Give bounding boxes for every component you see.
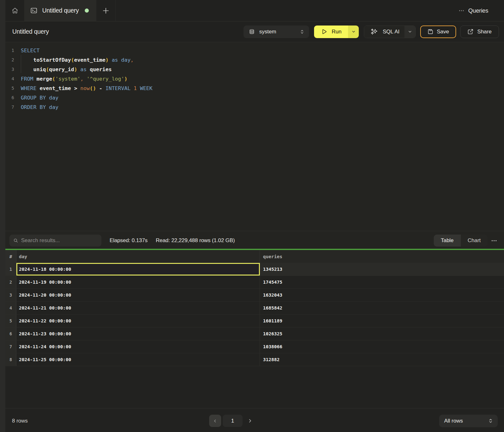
indent-guide xyxy=(21,55,21,73)
unsaved-dot xyxy=(85,9,89,13)
day-column-header[interactable]: day xyxy=(16,250,260,263)
database-select-value: system xyxy=(259,29,276,35)
cell-queries[interactable]: 1685842 xyxy=(260,302,504,314)
cell-queries[interactable]: 1601189 xyxy=(260,315,504,327)
sql-ai-label: SQL AI xyxy=(383,29,399,35)
code-line-1: 1SELECT xyxy=(5,46,504,55)
previous-page-button[interactable] xyxy=(209,415,221,427)
sql-ai-options-button[interactable] xyxy=(404,26,415,38)
elapsed-stat: Elapsed: 0.137s xyxy=(110,237,147,244)
table-row-5: 52024-11-22 00:00:001601189 xyxy=(5,315,504,327)
code-line-3: 3 uniq(query_id) as queries xyxy=(5,65,504,74)
plus-icon xyxy=(102,7,110,15)
cell-queries[interactable]: 312882 xyxy=(260,353,504,366)
cell-day[interactable]: 2024-11-21 00:00:00 xyxy=(16,302,260,314)
app: Untitled query Queries Untitled query xyxy=(0,0,504,432)
code-text: WHERE event_time > now() - INTERVAL 1 WE… xyxy=(21,85,152,91)
run-button-label: Run xyxy=(332,29,341,35)
page-number-button[interactable]: 1 xyxy=(223,415,243,427)
database-select[interactable]: system xyxy=(243,26,309,38)
header-actions: system Run xyxy=(243,26,499,38)
row-index: 6 xyxy=(5,327,16,340)
sql-ai-button-group: SQL AI xyxy=(364,26,416,38)
chevrons-up-down-icon xyxy=(300,29,305,34)
code-line-2: 2 toStartOfDay(event_time) as day, xyxy=(5,55,504,65)
save-button-label: Save xyxy=(437,29,449,35)
cell-day[interactable]: 2024-11-19 00:00:00 xyxy=(16,276,260,288)
table-view-tab[interactable]: Table xyxy=(434,235,461,247)
tab-label: Untitled query xyxy=(42,7,79,14)
ellipsis-icon xyxy=(491,237,497,244)
line-number: 4 xyxy=(5,76,14,81)
cell-day[interactable]: 2024-11-24 00:00:00 xyxy=(16,340,260,353)
cell-queries[interactable]: 1632043 xyxy=(260,289,504,301)
row-index: 7 xyxy=(5,340,16,353)
row-index: 3 xyxy=(5,289,16,301)
row-index: 4 xyxy=(5,302,16,314)
cell-day[interactable]: 2024-11-23 00:00:00 xyxy=(16,327,260,340)
cell-day[interactable]: 2024-11-18 00:00:00 xyxy=(16,263,260,276)
table-empty-area xyxy=(5,366,504,408)
code-text: ORDER BY day xyxy=(21,104,58,110)
tabbar-right: Queries xyxy=(458,0,504,21)
save-button[interactable]: Save xyxy=(420,26,456,38)
cell-day[interactable]: 2024-11-25 00:00:00 xyxy=(16,353,260,366)
cell-queries[interactable]: 1026325 xyxy=(260,327,504,340)
line-number: 7 xyxy=(5,105,14,110)
save-icon xyxy=(427,29,433,35)
code-text: SELECT xyxy=(21,48,40,54)
results-more-button[interactable] xyxy=(491,237,497,244)
cell-day[interactable]: 2024-11-20 00:00:00 xyxy=(16,289,260,301)
line-number: 3 xyxy=(5,67,14,72)
sql-ai-button[interactable]: SQL AI xyxy=(364,26,404,38)
table-row-4: 42024-11-21 00:00:001685842 xyxy=(5,302,504,315)
cell-queries[interactable]: 1745475 xyxy=(260,276,504,288)
home-button[interactable] xyxy=(5,0,24,21)
chevron-down-icon xyxy=(408,29,412,34)
sql-editor[interactable]: 1SELECT2 toStartOfDay(event_time) as day… xyxy=(5,42,504,231)
queries-column-header[interactable]: queries xyxy=(260,250,504,263)
run-options-button[interactable] xyxy=(348,26,359,38)
cell-queries[interactable]: 1345213 xyxy=(260,263,504,276)
rows-per-page-select[interactable]: All rows xyxy=(439,415,498,427)
table-row-6: 62024-11-23 00:00:001026325 xyxy=(5,327,504,340)
chevron-left-icon xyxy=(213,418,218,423)
more-options-button[interactable] xyxy=(458,8,465,14)
share-button[interactable]: Share xyxy=(460,26,499,38)
results-table-header: # day queries xyxy=(5,250,504,263)
results-toolbar: Elapsed: 0.137s Read: 22,229,488 rows (1… xyxy=(5,231,504,249)
row-index: 2 xyxy=(5,276,16,288)
pagination: 1 xyxy=(209,409,253,432)
tab-untitled-query[interactable]: Untitled query xyxy=(24,0,96,21)
table-row-7: 72024-11-24 00:00:001038066 xyxy=(5,340,504,353)
cell-day[interactable]: 2024-11-22 00:00:00 xyxy=(16,315,260,327)
row-index: 5 xyxy=(5,315,16,327)
table-row-2: 22024-11-19 00:00:001745475 xyxy=(5,276,504,289)
collapsed-sidebar[interactable] xyxy=(0,0,5,432)
ellipsis-icon xyxy=(458,8,465,14)
chart-view-tab[interactable]: Chart xyxy=(461,235,488,247)
code-text: toStartOfDay(event_time) as day, xyxy=(21,57,134,63)
database-icon xyxy=(249,29,255,34)
search-icon xyxy=(13,238,18,243)
results-table: # day queries 12024-11-18 00:00:00134521… xyxy=(5,250,504,366)
new-tab-button[interactable] xyxy=(96,0,116,21)
main-panel: Untitled query Queries Untitled query xyxy=(5,0,504,432)
chevron-down-icon xyxy=(351,29,356,34)
search-results-box[interactable] xyxy=(9,235,101,247)
line-number: 2 xyxy=(5,57,14,62)
run-button[interactable]: Run xyxy=(314,26,348,38)
code-line-7: 7ORDER BY day xyxy=(5,102,504,112)
run-button-group: Run xyxy=(314,26,359,38)
cell-queries[interactable]: 1038066 xyxy=(260,340,504,353)
home-icon xyxy=(12,7,18,14)
next-page-button[interactable] xyxy=(247,418,253,423)
code-text: GROUP BY day xyxy=(21,95,58,101)
row-index: 8 xyxy=(5,353,16,366)
search-results-input[interactable] xyxy=(21,237,98,244)
table-row-3: 32024-11-20 00:00:001632043 xyxy=(5,289,504,302)
results-footer: 8 rows 1 All rows xyxy=(5,408,504,432)
share-button-label: Share xyxy=(477,29,491,35)
code-line-4: 4FROM merge('system', '^query_log') xyxy=(5,74,504,83)
queries-panel-toggle[interactable]: Queries xyxy=(468,7,488,14)
